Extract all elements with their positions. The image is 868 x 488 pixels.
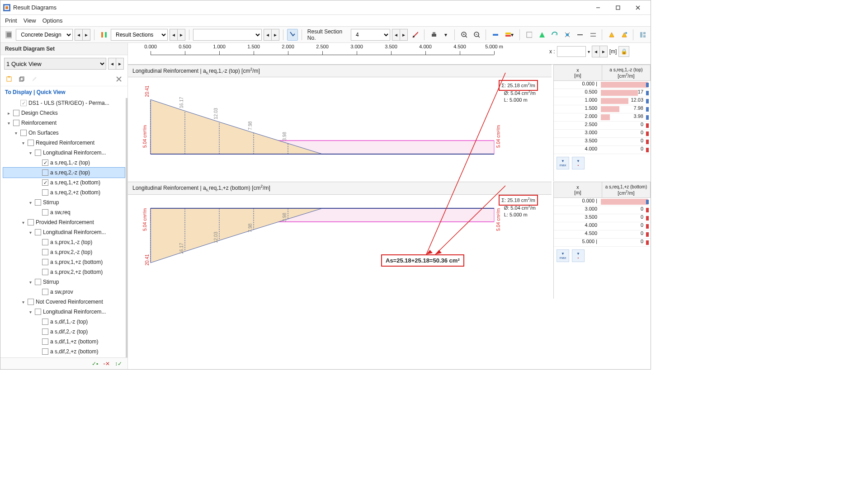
pick-in-model-button[interactable] [287, 29, 298, 41]
menu-print[interactable]: Print [5, 17, 17, 24]
sections-select[interactable]: Result Sections [111, 29, 168, 41]
design-type-select[interactable]: Concrete Design [16, 29, 73, 41]
layout-button[interactable] [637, 29, 648, 41]
close-button[interactable] [628, 1, 648, 14]
qv-prev-button[interactable]: ◂ [108, 58, 116, 70]
table-row[interactable]: 2.000 3.98 [554, 113, 651, 122]
uncheck-all-button[interactable]: ▫✕ [102, 359, 111, 368]
print-button[interactable] [428, 29, 439, 41]
table-row[interactable]: 3.000 0 [554, 130, 651, 138]
sections-next-button[interactable]: ▸ [177, 29, 185, 41]
tree-asdif2-top[interactable]: a s,dif,2,-z (top) [3, 327, 125, 337]
tree-ds1[interactable]: DS1 - ULS (STR/GEO) - Perma... [3, 98, 125, 108]
zoom-out-button[interactable] [471, 29, 482, 41]
style-button-2[interactable]: ▾ [502, 29, 516, 41]
x-input[interactable] [557, 46, 586, 57]
design-prev-button[interactable]: ◂ [75, 29, 83, 41]
sectno-next-button[interactable]: ▸ [400, 29, 408, 41]
table-row[interactable]: 1.500 7.98 [554, 105, 651, 113]
x-prev-button[interactable]: ◂ [592, 46, 600, 57]
tree-asprov1-bot[interactable]: a s,prov,1,+z (bottom) [3, 257, 125, 267]
tree-asprov1-top[interactable]: a s,prov,1,-z (top) [3, 237, 125, 247]
section-no-select[interactable]: 4 [351, 29, 390, 41]
delete-set-button[interactable] [114, 74, 124, 84]
check-all-button[interactable]: ✓▪ [90, 359, 99, 368]
content-area: 0.0000.5001.0001.5002.0002.5003.0003.500… [128, 43, 651, 369]
tree-long-reinf-req[interactable]: ▾Longitudinal Reinforcem... [3, 148, 125, 158]
tree-reinforcement[interactable]: ▾Reinforcement [3, 118, 125, 128]
svg-point-29 [566, 33, 569, 36]
svg-rect-25 [527, 32, 532, 38]
table-row[interactable]: 3.500 0 [554, 214, 651, 222]
new-set-button[interactable] [4, 74, 14, 84]
tree-stirrup-req[interactable]: ▾Stirrup [3, 197, 125, 207]
table-row[interactable]: 0.500 16.17 [554, 89, 651, 97]
style-button-1[interactable] [490, 29, 500, 41]
tree-asprov2-bot[interactable]: a s,prov,2,+z (bottom) [3, 267, 125, 277]
tree-asreq1-top[interactable]: a s,req,1,-z (top) [3, 158, 125, 168]
table-row[interactable]: 1.000 12.03 [554, 97, 651, 105]
blank-select[interactable] [193, 29, 262, 41]
minimize-button[interactable] [588, 1, 608, 14]
toggle-button-d[interactable] [561, 29, 572, 41]
table-row[interactable]: 3.000 0 [554, 206, 651, 214]
model-button-2[interactable] [618, 29, 629, 41]
tree-asreq2-top[interactable]: a s,req,2,-z (top) [3, 168, 125, 178]
edit-section-button[interactable] [410, 29, 420, 41]
tree-required-reinf[interactable]: ▾Required Reinforcement [3, 138, 125, 148]
menu-view[interactable]: View [24, 17, 36, 24]
x-next-button[interactable]: ▸ [599, 46, 608, 57]
display-tree[interactable]: DS1 - ULS (STR/GEO) - Perma... ▸Design C… [0, 98, 127, 357]
x-lock-button[interactable]: 🔒 [618, 46, 629, 57]
zoom-in-button[interactable] [458, 29, 469, 41]
model-button-1[interactable] [606, 29, 617, 41]
table-row[interactable]: 0.000 |20.41 [554, 81, 651, 89]
toggle-button-f[interactable] [587, 29, 598, 41]
tree-aswprov[interactable]: a sw,prov [3, 287, 125, 297]
toggle-button-a[interactable] [524, 29, 534, 41]
tree-on-surfaces[interactable]: ▾On Surfaces [3, 128, 125, 138]
tree-notcov-reinf[interactable]: ▾Not Covered Reinforcement [3, 297, 125, 307]
tree-long-reinf-prov[interactable]: ▾Longitudinal Reinforcem... [3, 227, 125, 237]
tree-asdif2-bot[interactable]: a s,dif,2,+z (bottom) [3, 347, 125, 357]
table-row[interactable]: 4.000 0 [554, 146, 651, 154]
print-dropdown[interactable]: ▾ [441, 29, 451, 41]
tree-asdif1-bot[interactable]: a s,dif,1,+z (bottom) [3, 337, 125, 347]
sectno-prev-button[interactable]: ◂ [392, 29, 400, 41]
table-row[interactable]: 4.000 0 [554, 222, 651, 230]
invert-check-button[interactable]: ↕✓ [114, 359, 123, 368]
design-next-button[interactable]: ▸ [82, 29, 90, 41]
blank-prev-button[interactable]: ◂ [264, 29, 272, 41]
tree-asreq1-bot[interactable]: a s,req,1,+z (bottom) [3, 178, 125, 188]
filter-point-button[interactable]: ▼• [572, 249, 585, 262]
tree-design-checks[interactable]: ▸Design Checks [3, 108, 125, 118]
tree-provided-reinf[interactable]: ▾Provided Reinforcement [3, 217, 125, 227]
table-row[interactable]: 3.500 0 [554, 138, 651, 146]
tree-stirrup-prov[interactable]: ▾Stirrup [3, 277, 125, 287]
filter-point-button[interactable]: ▼• [572, 157, 585, 169]
filter-max-button[interactable]: ▼max [557, 249, 569, 262]
table-row[interactable]: 4.500 0 [554, 230, 651, 239]
toggle-button-b[interactable] [536, 29, 547, 41]
sections-prev-button[interactable]: ◂ [170, 29, 178, 41]
filter-max-button[interactable]: ▼max [557, 157, 569, 169]
toggle-button-c[interactable] [549, 29, 560, 41]
tree-asprov2-top[interactable]: a s,prov,2,-z (top) [3, 247, 125, 257]
table-row[interactable]: 2.500 0 [554, 122, 651, 130]
quickview-select[interactable]: 1 Quick View [4, 58, 106, 70]
svg-rect-31 [590, 33, 596, 34]
svg-rect-36 [640, 32, 642, 38]
tree-aswreq[interactable]: a sw,req [3, 207, 125, 217]
tree-asreq2-bot[interactable]: a s,req,2,+z (bottom) [3, 188, 125, 197]
menu-options[interactable]: Options [42, 17, 63, 24]
maximize-button[interactable] [608, 1, 628, 14]
copy-set-button[interactable] [17, 74, 27, 84]
qv-next-button[interactable]: ▸ [116, 58, 124, 70]
tree-long-reinf-dif[interactable]: ▾Longitudinal Reinforcem... [3, 307, 125, 317]
table-row[interactable]: 0.000 |20.41 [554, 198, 651, 206]
blank-next-button[interactable]: ▸ [271, 29, 279, 41]
toggle-button-e[interactable] [574, 29, 585, 41]
table-row[interactable]: 5.000 |0 [554, 239, 651, 247]
edit-set-button[interactable] [29, 74, 39, 84]
tree-asdif1-top[interactable]: a s,dif,1,-z (top) [3, 317, 125, 327]
